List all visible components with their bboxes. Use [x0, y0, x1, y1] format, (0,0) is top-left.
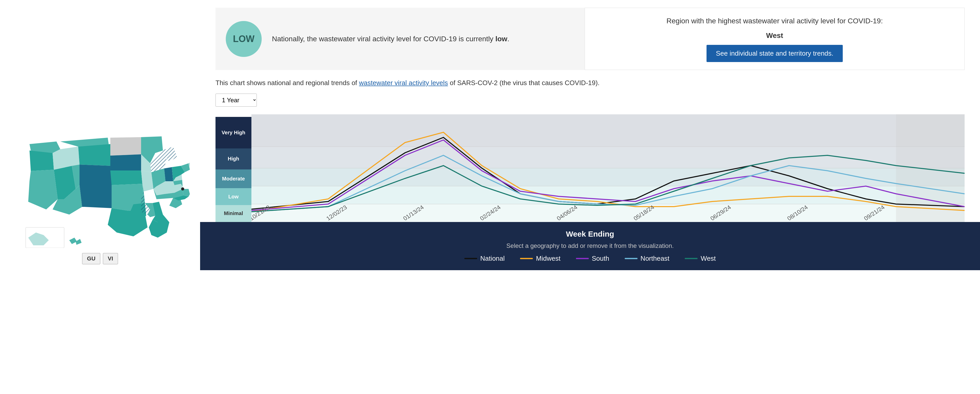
northeast-legend-line: [625, 258, 638, 259]
region-title: Region with the highest wastewater viral…: [667, 16, 883, 26]
legend-title: Week Ending: [215, 230, 965, 238]
activity-level-box: LOW Nationally, the wastewater viral act…: [215, 8, 585, 70]
northeast-legend-label: Northeast: [641, 254, 670, 262]
state-or[interactable]: [30, 151, 54, 171]
state-hi2[interactable]: [76, 239, 81, 245]
territory-buttons: GU VI: [82, 253, 118, 264]
state-ca[interactable]: [28, 170, 58, 210]
svg-rect-6: [251, 204, 965, 222]
level-circle: LOW: [226, 21, 262, 57]
y-label-moderate: Moderate: [215, 170, 251, 188]
south-legend-label: South: [592, 254, 609, 262]
legend-northeast[interactable]: Northeast: [625, 254, 670, 262]
svg-rect-3: [251, 147, 965, 168]
dc-marker: [181, 187, 184, 191]
state-ks[interactable]: [111, 184, 143, 198]
state-fl[interactable]: [149, 214, 169, 238]
y-axis-labels: Very High High Moderate Low Minimal: [215, 114, 251, 222]
highest-region-box: Region with the highest wastewater viral…: [585, 8, 965, 70]
svg-rect-2: [251, 114, 965, 147]
midwest-legend-label: Midwest: [536, 254, 560, 262]
legend-midwest[interactable]: Midwest: [520, 254, 560, 262]
state-hi[interactable]: [69, 238, 77, 244]
legend-south[interactable]: South: [576, 254, 609, 262]
national-legend-label: National: [480, 254, 504, 262]
legend-section: Week Ending Select a geography to add or…: [200, 222, 980, 270]
state-nm[interactable]: [80, 185, 111, 208]
gu-button[interactable]: GU: [82, 253, 100, 264]
south-legend-line: [576, 258, 589, 259]
us-map: [10, 130, 190, 248]
state-co[interactable]: [80, 165, 111, 185]
legend-items: National Midwest South Northeast West: [215, 254, 965, 262]
y-label-low: Low: [215, 188, 251, 205]
legend-subtitle: Select a geography to add or remove it f…: [215, 242, 965, 249]
state-sd[interactable]: [110, 154, 141, 170]
legend-national[interactable]: National: [465, 254, 504, 262]
info-row: LOW Nationally, the wastewater viral act…: [215, 8, 965, 70]
legend-west[interactable]: West: [685, 254, 716, 262]
map-panel: GU VI: [0, 0, 200, 394]
time-selector: 1 Year 6 Months 3 Months: [215, 94, 965, 106]
chart-svg-area: 10/21/23 12/02/23 01/13/24 02/24/24 04/0…: [251, 114, 965, 222]
level-description: Nationally, the wastewater viral activit…: [272, 33, 509, 44]
national-legend-line: [465, 258, 477, 259]
chart-description: This chart shows national and regional t…: [215, 78, 626, 89]
y-label-very-high: Very High: [215, 117, 251, 148]
west-legend-line: [685, 258, 698, 259]
west-legend-label: West: [701, 254, 716, 262]
region-name: West: [766, 32, 783, 40]
y-label-minimal: Minimal: [215, 205, 251, 222]
state-nd[interactable]: [110, 137, 141, 156]
state-wy[interactable]: [78, 144, 111, 166]
chart-wrapper: Very High High Moderate Low Minimal: [215, 114, 965, 222]
state-ne[interactable]: [110, 170, 142, 185]
wastewater-link[interactable]: wastewater viral activity levels: [359, 79, 448, 87]
y-label-high: High: [215, 148, 251, 170]
vi-button[interactable]: VI: [103, 253, 118, 264]
see-trends-button[interactable]: See individual state and territory trend…: [706, 45, 843, 62]
right-panel: LOW Nationally, the wastewater viral act…: [200, 0, 980, 394]
time-select[interactable]: 1 Year 6 Months 3 Months: [215, 94, 257, 106]
state-in[interactable]: [164, 167, 173, 181]
state-ak[interactable]: [28, 232, 49, 245]
midwest-legend-line: [520, 258, 533, 259]
